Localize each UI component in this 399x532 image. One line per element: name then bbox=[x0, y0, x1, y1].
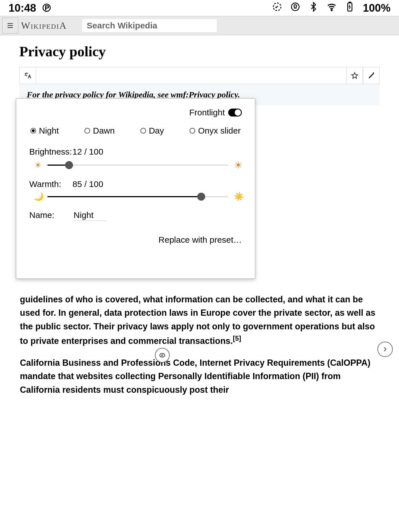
article-toolbar bbox=[19, 67, 380, 84]
warmth-cool-icon: 🌙 bbox=[34, 192, 42, 201]
p-icon: ℗ bbox=[41, 2, 52, 14]
floating-badge[interactable] bbox=[155, 348, 170, 363]
hatnote-link[interactable]: wmf:Privacy policy bbox=[171, 90, 238, 99]
app-header: WikipediA Search Wikipedia bbox=[0, 16, 399, 35]
brightness-label: Brightness: bbox=[29, 147, 66, 157]
wikipedia-wordmark: WikipediA bbox=[21, 20, 67, 31]
bluetooth-icon bbox=[308, 2, 319, 14]
reference-5[interactable]: [5] bbox=[233, 334, 241, 342]
frontlight-toggle[interactable] bbox=[228, 109, 242, 117]
frontlight-label: Frontlight bbox=[189, 108, 225, 117]
status-bar: 10:48 ℗ 100% bbox=[0, 0, 399, 16]
preset-dawn[interactable]: Dawn bbox=[84, 126, 115, 136]
frontlight-modal: Frontlight Night Dawn Day Onyx slider Br… bbox=[16, 98, 255, 279]
sync-icon bbox=[272, 2, 282, 14]
warmth-label: Warmth: bbox=[29, 179, 66, 189]
battery-icon bbox=[345, 2, 355, 14]
article-body: guidelines of who is covered, what infor… bbox=[19, 293, 380, 396]
bulb-icon bbox=[290, 2, 300, 14]
svg-point-2 bbox=[331, 10, 332, 11]
brightness-high-icon: ☀ bbox=[234, 159, 242, 171]
wifi-icon bbox=[327, 2, 337, 14]
language-button[interactable] bbox=[20, 67, 36, 84]
preset-night[interactable]: Night bbox=[30, 126, 59, 136]
svg-rect-4 bbox=[349, 2, 351, 3]
name-label: Name: bbox=[29, 210, 66, 220]
search-input[interactable]: Search Wikipedia bbox=[82, 19, 217, 32]
svg-point-1 bbox=[291, 3, 299, 11]
brightness-low-icon: ☀ bbox=[34, 161, 42, 170]
preset-day[interactable]: Day bbox=[140, 126, 164, 136]
brightness-value: 12 / 100 bbox=[72, 147, 103, 157]
warmth-warm-icon: ☀️ bbox=[234, 192, 242, 201]
replace-with-preset-button[interactable]: Replace with preset… bbox=[29, 224, 242, 245]
search-placeholder: Search Wikipedia bbox=[87, 21, 157, 30]
watchlist-star-button[interactable] bbox=[346, 67, 363, 84]
edit-pencil-button[interactable] bbox=[363, 67, 379, 84]
next-fab[interactable] bbox=[377, 342, 393, 357]
preset-onyx-slider[interactable]: Onyx slider bbox=[190, 126, 241, 136]
preset-radio-group: Night Dawn Day Onyx slider bbox=[29, 126, 242, 147]
clock: 10:48 bbox=[9, 2, 36, 14]
battery-percent: 100% bbox=[363, 2, 390, 14]
brightness-slider[interactable] bbox=[47, 165, 228, 166]
warmth-value: 85 / 100 bbox=[72, 179, 103, 189]
menu-button[interactable] bbox=[2, 18, 18, 34]
page-title: Privacy policy bbox=[19, 43, 380, 60]
warmth-slider[interactable] bbox=[47, 196, 228, 197]
preset-name-input[interactable] bbox=[72, 210, 107, 221]
